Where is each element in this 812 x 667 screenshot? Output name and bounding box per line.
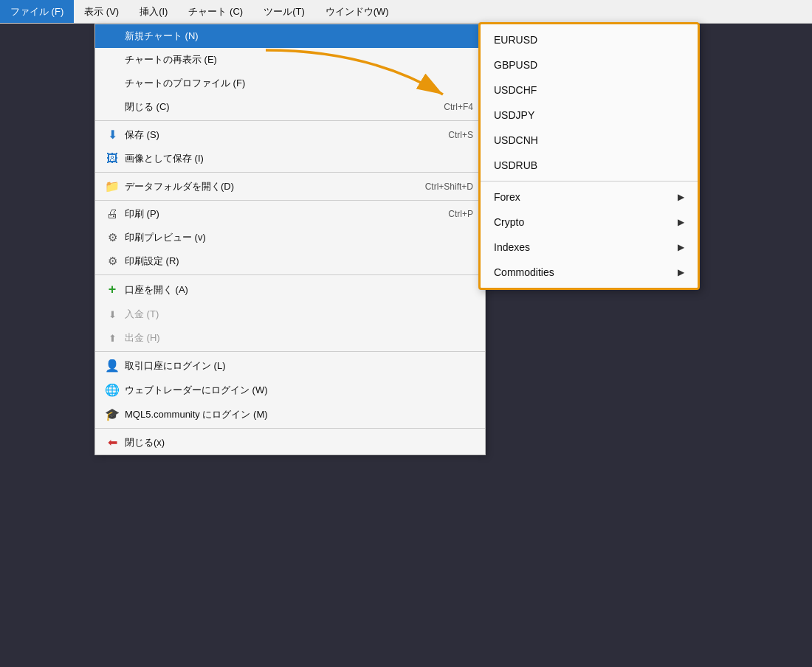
menu-item-chart-profile[interactable]: チャートのプロファイル (F)	[95, 72, 485, 95]
login-trade-icon: 👤	[104, 359, 120, 373]
submenu-commodities-label: Commodities	[494, 266, 554, 278]
menu-item-save-image[interactable]: 🖼 画像として保存 (I)	[95, 147, 485, 170]
submenu-item-crypto[interactable]: Crypto ▶	[481, 210, 698, 235]
menu-item-print-label: 印刷 (P)	[125, 207, 159, 221]
menu-item-login-web[interactable]: 🌐 ウェブトレーダーにログイン (W)	[95, 378, 485, 402]
menu-item-withdraw[interactable]: ⬆ 出金 (H)	[95, 326, 485, 350]
menu-item-exit[interactable]: ⬅ 閉じる(x)	[95, 430, 485, 455]
menu-item-new-chart[interactable]: 新規チャート (N)	[95, 24, 485, 48]
menu-item-exit-label: 閉じる(x)	[125, 436, 165, 449]
menubar-item-view[interactable]: 表示 (V)	[74, 0, 129, 23]
data-folder-shortcut: Ctrl+Shift+D	[425, 182, 473, 192]
submenu-item-gbpusd[interactable]: GBPUSD	[481, 52, 698, 77]
menu-item-data-folder-label: データフォルダを開く(D)	[125, 180, 234, 193]
deposit-icon: ⬇	[104, 309, 120, 320]
menu-item-print[interactable]: 🖨 印刷 (P) Ctrl+P	[95, 202, 485, 226]
submenu-item-usdjpy[interactable]: USDJPY	[481, 103, 698, 128]
divider-6	[95, 428, 485, 429]
menubar: ファイル (F) 表示 (V) 挿入(I) チャート (C) ツール(T) ウイ…	[0, 0, 812, 24]
menu-item-print-settings[interactable]: ⚙ 印刷設定 (R)	[95, 249, 485, 273]
submenu-item-indexes[interactable]: Indexes ▶	[481, 235, 698, 260]
submenu-item-usdrub[interactable]: USDRUB	[481, 153, 698, 178]
login-mql-icon: 🎓	[104, 407, 120, 421]
menu-item-save[interactable]: ⬇ 保存 (S) Ctrl+S	[95, 122, 485, 147]
submenu: EURUSD GBPUSD USDCHF USDJPY USDCNH USDRU…	[478, 22, 700, 290]
close-shortcut: Ctrl+F4	[444, 102, 473, 112]
menu-item-login-mql[interactable]: 🎓 MQL5.community にログイン (M)	[95, 402, 485, 426]
login-web-icon: 🌐	[104, 383, 120, 397]
submenu-item-commodities[interactable]: Commodities ▶	[481, 260, 698, 285]
save-image-icon: 🖼	[104, 152, 120, 165]
commodities-chevron-icon: ▶	[678, 267, 684, 277]
forex-chevron-icon: ▶	[678, 192, 684, 202]
save-icon: ⬇	[104, 128, 120, 142]
indexes-chevron-icon: ▶	[678, 242, 684, 252]
data-folder-icon: 📁	[104, 179, 120, 193]
menubar-item-file[interactable]: ファイル (F)	[0, 0, 74, 23]
menu-item-deposit-label: 入金 (T)	[125, 308, 159, 321]
submenu-eurusd-label: EURUSD	[494, 34, 537, 46]
save-shortcut: Ctrl+S	[448, 130, 473, 140]
submenu-usdjpy-label: USDJPY	[494, 109, 534, 121]
submenu-usdrub-label: USDRUB	[494, 159, 537, 171]
submenu-item-eurusd[interactable]: EURUSD	[481, 27, 698, 52]
menu-item-print-preview-label: 印刷プレビュー (v)	[125, 231, 206, 244]
menu-item-open-account-label: 口座を開く (A)	[125, 283, 188, 297]
menu-item-login-trade[interactable]: 👤 取引口座にログイン (L)	[95, 353, 485, 378]
menu-item-save-image-label: 画像として保存 (I)	[125, 152, 204, 165]
print-settings-icon: ⚙	[104, 255, 120, 268]
menubar-item-chart[interactable]: チャート (C)	[178, 0, 253, 23]
open-account-icon: +	[104, 282, 120, 297]
menu-item-deposit[interactable]: ⬇ 入金 (T)	[95, 303, 485, 326]
submenu-item-usdcnh[interactable]: USDCNH	[481, 128, 698, 153]
menu-item-close-label: 閉じる (C)	[125, 100, 170, 114]
divider-5	[95, 351, 485, 352]
divider-3	[95, 200, 485, 201]
submenu-divider	[481, 181, 698, 182]
submenu-usdcnh-label: USDCNH	[494, 134, 538, 146]
submenu-item-forex[interactable]: Forex ▶	[481, 184, 698, 210]
divider-1	[95, 120, 485, 121]
print-preview-icon: ⚙	[104, 231, 120, 244]
exit-icon: ⬅	[104, 435, 120, 449]
crypto-chevron-icon: ▶	[678, 217, 684, 227]
menu-item-chart-profile-label: チャートのプロファイル (F)	[125, 77, 245, 90]
submenu-forex-label: Forex	[494, 191, 520, 203]
menubar-item-window[interactable]: ウインドウ(W)	[315, 0, 399, 23]
menu-item-redisplay-label: チャートの再表示 (E)	[125, 53, 217, 66]
menu-item-login-trade-label: 取引口座にログイン (L)	[125, 359, 226, 373]
submenu-indexes-label: Indexes	[494, 241, 530, 253]
divider-2	[95, 172, 485, 173]
divider-4	[95, 274, 485, 275]
menu-item-withdraw-label: 出金 (H)	[125, 331, 160, 345]
submenu-usdchf-label: USDCHF	[494, 84, 537, 96]
menu-item-data-folder[interactable]: 📁 データフォルダを開く(D) Ctrl+Shift+D	[95, 174, 485, 198]
menu-item-save-label: 保存 (S)	[125, 128, 159, 142]
menu-item-close[interactable]: 閉じる (C) Ctrl+F4	[95, 95, 485, 119]
menu-item-login-web-label: ウェブトレーダーにログイン (W)	[125, 384, 268, 397]
menu-item-new-chart-label: 新規チャート (N)	[125, 30, 199, 43]
main-menu: 新規チャート (N) チャートの再表示 (E) チャートのプロファイル (F) …	[94, 24, 486, 455]
submenu-crypto-label: Crypto	[494, 216, 524, 228]
menu-item-redisplay[interactable]: チャートの再表示 (E)	[95, 48, 485, 72]
menubar-item-insert[interactable]: 挿入(I)	[129, 0, 178, 23]
print-shortcut: Ctrl+P	[448, 209, 473, 219]
withdraw-icon: ⬆	[104, 333, 120, 344]
print-icon: 🖨	[104, 207, 120, 221]
menu-item-login-mql-label: MQL5.community にログイン (M)	[125, 408, 268, 421]
menubar-item-tools[interactable]: ツール(T)	[253, 0, 315, 23]
submenu-gbpusd-label: GBPUSD	[494, 59, 537, 71]
menu-item-print-preview[interactable]: ⚙ 印刷プレビュー (v)	[95, 226, 485, 249]
menu-item-open-account[interactable]: + 口座を開く (A)	[95, 277, 485, 303]
menu-item-print-settings-label: 印刷設定 (R)	[125, 255, 179, 268]
submenu-item-usdchf[interactable]: USDCHF	[481, 77, 698, 103]
